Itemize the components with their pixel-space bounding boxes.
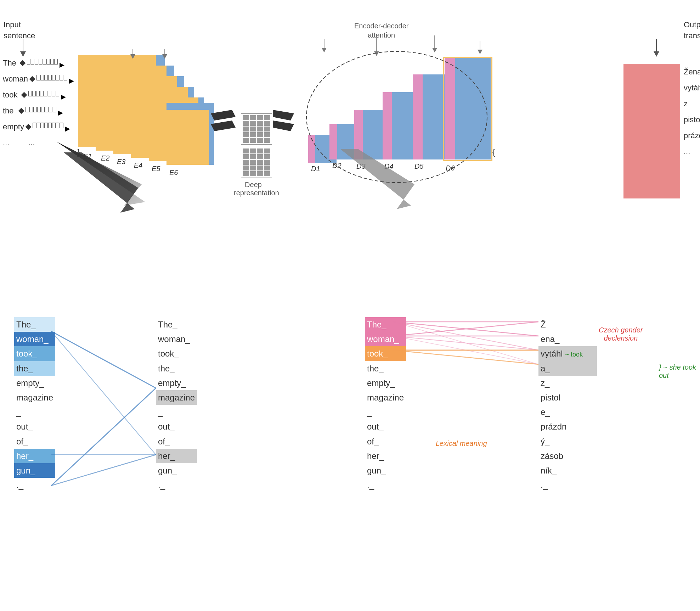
output-word-4: pistole: [684, 115, 700, 124]
diamond-took: [21, 92, 27, 98]
c-right-word-10: ník_: [538, 463, 597, 478]
b-left-word-5: magazine: [14, 390, 55, 405]
svg-line-35: [393, 322, 538, 364]
svg-line-24: [51, 331, 156, 388]
c-right-word-11: ._: [538, 478, 597, 492]
c-right-word-3: a_: [538, 361, 597, 376]
output-word-3: z: [684, 99, 688, 108]
input-sentence-label: Input sentence: [4, 19, 35, 41]
b-left-word-2: took_: [14, 346, 55, 361]
output-box: [623, 64, 680, 198]
deeprep-to-dec-arrows: [273, 106, 308, 135]
svg-line-31: [393, 322, 538, 336]
svg-line-27: [51, 455, 156, 486]
b-left-word-8: of_: [14, 434, 55, 449]
b-left-word-9: her_: [14, 449, 55, 463]
b-right-word-5: magazine: [156, 390, 197, 405]
c-right-word-7: prázdn: [538, 419, 597, 434]
diamond-the: [20, 60, 26, 66]
word-empty: empty: [3, 122, 24, 131]
embed-empty: [33, 123, 63, 128]
enc-self-attention-arrow: [128, 49, 138, 60]
svg-marker-13: [654, 51, 659, 57]
c-left-word-2: took_: [365, 346, 406, 361]
c-right-word-5: pistol: [538, 390, 597, 405]
enc-top-blue: [166, 103, 214, 110]
b-right-word-4: empty_: [156, 376, 197, 390]
word-woman: woman: [3, 74, 28, 84]
b-left-word-6: _: [14, 405, 55, 419]
diamond-empty: [26, 124, 32, 130]
dec-bracket-right: {: [492, 147, 495, 157]
b-left-word-3: the_: [14, 361, 55, 376]
b-left-word-1: woman_: [14, 332, 55, 346]
lexical-meaning-label: Lexical meaning: [436, 439, 487, 448]
b-left-word-10: gun_: [14, 463, 55, 478]
svg-marker-10: [273, 110, 294, 120]
svg-line-36: [393, 336, 538, 364]
c-left-word-4: empty_: [365, 376, 406, 390]
c-left-word-8: of_: [365, 434, 406, 449]
output-word-dots: ...: [684, 147, 690, 156]
c-left-word-list: The_ woman_ took_ the_ empty_ magazine _…: [365, 317, 406, 492]
output-down-arrow: [651, 39, 662, 57]
section-c: The_ woman_ took_ the_ empty_ magazine _…: [351, 298, 700, 610]
svg-marker-5: [162, 54, 167, 59]
svg-marker-11: [273, 120, 294, 131]
b-left-word-11: ._: [14, 478, 55, 492]
svg-marker-3: [130, 54, 135, 59]
c-right-word-4: z_: [538, 376, 597, 390]
word-the: The: [3, 58, 16, 68]
embed-took: [28, 91, 59, 96]
output-word-5: prázdný: [684, 131, 700, 140]
section-b: The_ woman_ took_ the_ empty_ magazine _…: [0, 298, 340, 610]
c-right-word-1: ena_: [538, 332, 597, 346]
input-arrow: [18, 39, 28, 57]
b-left-word-0: The_: [14, 317, 55, 332]
output-translation-label: Output translation: [684, 19, 700, 41]
c-right-word-2: vytáhl ~ took: [538, 346, 597, 361]
svg-line-34: [393, 336, 538, 350]
c-left-word-10: gun_: [365, 463, 406, 478]
word-dots-input: ...: [3, 138, 9, 147]
embed-the: [27, 59, 58, 65]
enc-block-e6-orange: [166, 108, 209, 165]
svg-marker-1: [20, 51, 26, 57]
enc-to-deeprep-arrows: [211, 106, 246, 135]
svg-line-33: [393, 322, 538, 350]
c-right-word-0: Ž: [538, 317, 597, 332]
c-right-word-8: ý_: [538, 434, 597, 449]
b-right-word-7: out_: [156, 419, 197, 434]
embed-woman: [36, 75, 67, 80]
embed-the2: [26, 107, 56, 112]
b-right-word-0: The_: [156, 317, 197, 332]
c-left-word-5: magazine: [365, 390, 406, 405]
c-right-word-9: zásob: [538, 449, 597, 463]
b-right-word-list: The_ woman_ took_ the_ empty_ magazine _…: [156, 317, 197, 492]
b-right-word-3: the_: [156, 361, 197, 376]
c-left-word-11: ._: [365, 478, 406, 492]
b-right-word-10: gun_: [156, 463, 197, 478]
output-word-1: Žena: [684, 67, 700, 77]
b-right-word-8: of_: [156, 434, 197, 449]
b-left-word-list: The_ woman_ took_ the_ empty_ magazine _…: [14, 317, 55, 492]
she-took-out-label: } ~ she took out: [659, 363, 700, 380]
svg-line-25: [51, 388, 156, 486]
svg-marker-8: [211, 110, 236, 120]
c-left-word-1: woman_: [365, 332, 406, 346]
b-right-word-1: woman_: [156, 332, 197, 346]
enc-label-e6: E6: [169, 169, 178, 177]
word-the2: the: [3, 106, 14, 116]
b-left-word-7: out_: [14, 419, 55, 434]
svg-line-38: [393, 350, 538, 364]
svg-line-26: [51, 331, 156, 455]
svg-marker-9: [211, 120, 236, 131]
c-left-word-6: _: [365, 405, 406, 419]
decoder-dashed-ellipse: [305, 50, 489, 184]
c-left-word-9: her_: [365, 449, 406, 463]
c-left-word-7: out_: [365, 419, 406, 434]
b-right-word-9: her_: [156, 449, 197, 463]
c-right-word-6: e_: [538, 405, 597, 419]
b-right-word-11: ._: [156, 478, 197, 492]
b-right-word-2: took_: [156, 346, 197, 361]
